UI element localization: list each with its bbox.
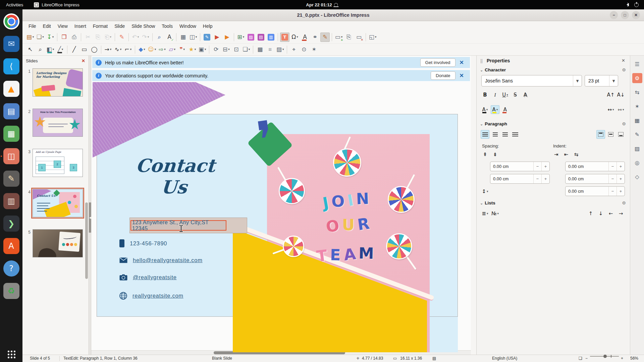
dock-libreoffice-calc-icon[interactable]: ▦	[3, 126, 19, 142]
address-text-selected[interactable]: 123 Anywhere St., Any City,ST 12345	[130, 220, 226, 231]
menu-window[interactable]: Window	[176, 22, 200, 30]
character-settings-icon[interactable]: ⚙	[622, 67, 626, 72]
undo-dropdown[interactable]: ▾	[138, 36, 139, 39]
glue-points-button[interactable]: ⊙	[299, 45, 309, 54]
insert-table-button[interactable]: ⊞▾	[236, 33, 246, 42]
dock-terminal-icon[interactable]: ❯	[3, 216, 19, 232]
dock-chrome-icon[interactable]	[3, 13, 19, 29]
zoom-out-button[interactable]: −	[585, 356, 588, 361]
kerning-dropdown[interactable]: ▾	[623, 108, 624, 111]
zoom-slider[interactable]	[590, 356, 619, 357]
cursor-position[interactable]: 4.77 / 14.83	[362, 356, 383, 361]
menu-file[interactable]: File	[25, 22, 40, 30]
section-lists[interactable]: ⌄Lists	[480, 200, 495, 205]
curves-and-polygons-button[interactable]: ∿▾	[113, 45, 123, 54]
3d-objects-dropdown[interactable]: ▾	[205, 48, 206, 51]
collapse-handle-icon[interactable]: ◀	[89, 202, 91, 233]
gallery-tab-icon[interactable]: ▨	[632, 143, 642, 154]
get-involved-button[interactable]: Get involved	[420, 58, 455, 67]
font-size-combobox[interactable]: 23 pt ▼	[585, 75, 618, 86]
close-button[interactable]: ✕	[632, 11, 640, 19]
decrease-font-size-button[interactable]: A↓	[616, 90, 625, 99]
maximize-button[interactable]: □	[621, 11, 629, 19]
spacing-above-field[interactable]: 0.00 cm −+	[490, 162, 550, 171]
save-button[interactable]: ↧▾	[46, 33, 55, 42]
infobar-close-icon[interactable]: ✕	[459, 59, 467, 66]
crop-image-button[interactable]: ⌗	[265, 45, 275, 54]
ellipse-button[interactable]: ◯	[90, 45, 99, 54]
3d-objects-button[interactable]: ▣▾	[198, 45, 207, 54]
line-spacing-dropdown[interactable]: ▾	[487, 190, 488, 193]
slide-title[interactable]: Contact Us	[125, 155, 225, 198]
start-from-current-slide-button[interactable]: ▶	[222, 33, 232, 42]
indent-before-field[interactable]: 0.00 cm −+	[565, 162, 625, 171]
rotate-button[interactable]: ⟳	[211, 45, 221, 54]
section-paragraph[interactable]: ⌄Paragraph	[480, 121, 507, 126]
paragraph-settings-icon[interactable]: ⚙	[622, 121, 626, 126]
team-word-team[interactable]: TEAM	[316, 244, 378, 265]
align-bottom-button[interactable]	[616, 130, 625, 139]
edit-points-button[interactable]: ⌖	[289, 45, 299, 54]
slide-thumbnail-1[interactable]: Lettering Designs for Marketing	[33, 68, 83, 97]
dock-libreoffice-impress-icon[interactable]: ◫	[3, 148, 19, 164]
highlighting-color-dropdown[interactable]: ▾	[496, 108, 498, 111]
block-arrows-button[interactable]: ⇨▾	[157, 45, 167, 54]
indent-after-decrease[interactable]: −	[608, 174, 616, 183]
font-color-dropdown[interactable]: ▾	[486, 108, 488, 111]
align-left-button[interactable]	[481, 130, 489, 139]
align-center-button[interactable]	[491, 130, 499, 139]
spacing-below-increase[interactable]: +	[541, 174, 549, 183]
spacing-above-increase[interactable]: +	[541, 162, 549, 171]
curves-and-polygons-dropdown[interactable]: ▾	[120, 48, 122, 51]
infobar-close-icon[interactable]: ✕	[459, 72, 467, 79]
increase-indent-button[interactable]: ⇥	[552, 150, 560, 159]
basic-shapes-button[interactable]: ◆▾	[137, 45, 147, 54]
callout-shapes-button[interactable]: ❞▾	[177, 45, 187, 54]
menu-tools[interactable]: Tools	[158, 22, 176, 30]
menu-slide[interactable]: Slide	[111, 22, 128, 30]
menu-edit[interactable]: Edit	[40, 22, 54, 30]
new-document-dropdown[interactable]: ▾	[33, 36, 34, 39]
character-spacing-dropdown[interactable]: ▾	[612, 108, 614, 111]
ordered-list-dropdown[interactable]: ▾	[497, 212, 499, 215]
slide-layout-dropdown[interactable]: ▾	[375, 36, 377, 39]
indent-after-increase[interactable]: +	[616, 174, 625, 183]
italic-button[interactable]: I	[491, 90, 499, 99]
new-document-button[interactable]: ▤▾	[25, 33, 35, 42]
zoom-in-button[interactable]: +	[621, 356, 623, 361]
insert-table-dropdown[interactable]: ▾	[243, 36, 245, 39]
insert-chart-button[interactable]: ▥	[266, 33, 276, 42]
shapes-tab-icon[interactable]: ◇	[632, 172, 642, 182]
strikethrough-button[interactable]: S	[511, 90, 520, 99]
menu-slide-show[interactable]: Slide Show	[128, 22, 158, 30]
styles-tab-icon[interactable]: ✎	[632, 129, 642, 139]
symbol-shapes-dropdown[interactable]: ▾	[155, 48, 156, 51]
insert-image-button[interactable]: ▨	[246, 33, 256, 42]
unordered-list-button[interactable]: ≣▾	[481, 209, 489, 218]
star-shapes-button[interactable]: ★▾	[187, 45, 197, 54]
open-file-button[interactable]: ❏▾	[36, 33, 45, 42]
layout-name[interactable]: Blank Slide	[212, 356, 232, 361]
start-from-first-slide-button[interactable]: ▶	[212, 33, 222, 42]
slide-transition-tab-icon[interactable]: ⇆	[632, 87, 642, 97]
font-color-toolbar-button[interactable]: A	[300, 33, 310, 42]
display-views-button[interactable]: ◫▾	[189, 33, 198, 42]
arrange-objects-button[interactable]: ❏▾	[241, 45, 251, 54]
flowchart-shapes-dropdown[interactable]: ▾	[174, 48, 176, 51]
spacing-below-decrease[interactable]: −	[533, 174, 541, 183]
email-row[interactable]: hello@reallygreatsite.com	[119, 257, 203, 263]
kerning-button[interactable]: ⇿▾	[616, 105, 625, 114]
properties-close-icon[interactable]: ✕	[622, 58, 625, 63]
font-name-dropdown-icon[interactable]: ▼	[573, 75, 582, 86]
properties-tab-icon[interactable]: ⚙	[632, 73, 642, 83]
dock-ubuntu-software-icon[interactable]: A	[3, 238, 19, 254]
menu-view[interactable]: View	[54, 22, 71, 30]
paste-dropdown[interactable]: ▾	[110, 36, 112, 39]
navigator-tab-icon[interactable]: ◎	[632, 158, 642, 168]
line-color-button[interactable]: ╱▾	[56, 45, 65, 54]
align-center-vertical-button[interactable]	[606, 130, 615, 139]
connectors-button[interactable]: ⌐▾	[123, 45, 133, 54]
section-character[interactable]: ⌄Character	[480, 67, 506, 72]
clock-menu[interactable]: Apr 22 01:12	[306, 2, 338, 7]
bold-button[interactable]: B	[481, 90, 489, 99]
